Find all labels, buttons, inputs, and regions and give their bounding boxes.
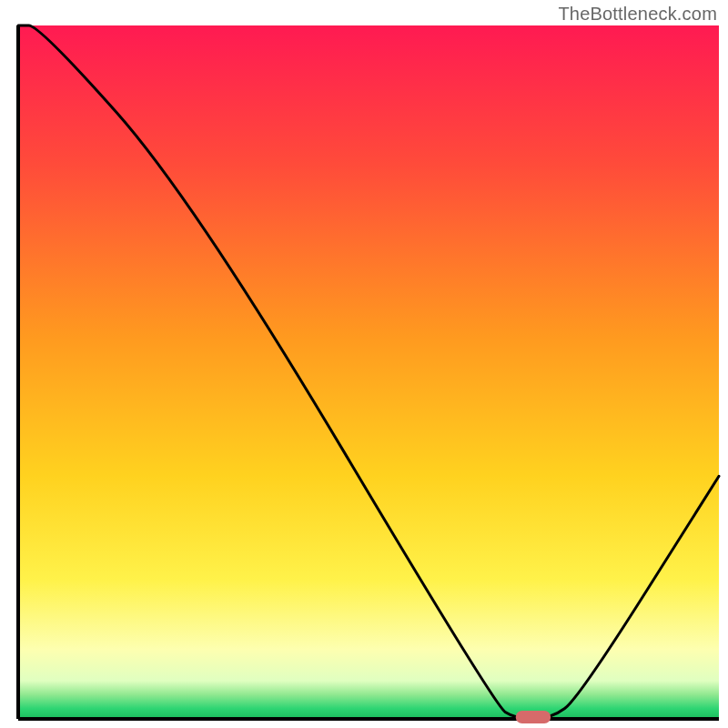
plot-background [18, 25, 719, 719]
optimal-marker [516, 711, 551, 723]
bottleneck-chart: TheBottleneck.com [0, 0, 728, 728]
watermark-text: TheBottleneck.com [558, 4, 717, 25]
chart-canvas [0, 0, 728, 728]
